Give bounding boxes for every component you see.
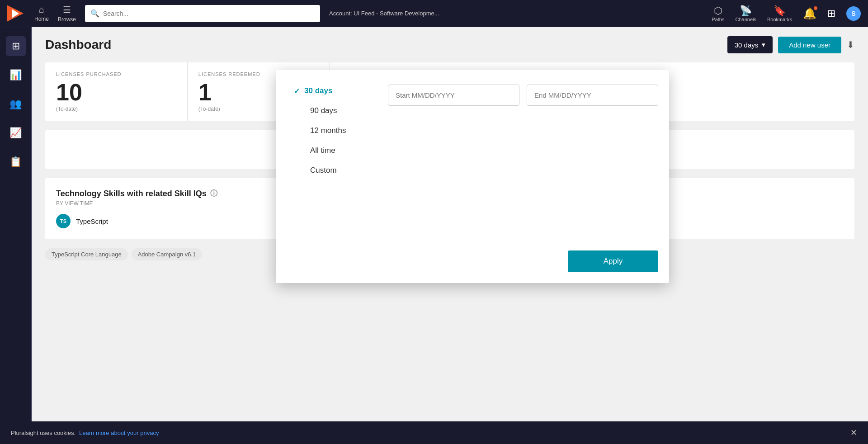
dashboard-actions: 30 days ▾ Add new user ⬇ <box>727 36 854 53</box>
cookie-text: Pluralsight uses cookies. <box>11 430 75 436</box>
search-input[interactable] <box>103 10 315 17</box>
channels-icon: 📡 <box>740 5 752 17</box>
dropdown-item-custom[interactable]: Custom <box>287 161 377 180</box>
check-icon: ✓ <box>294 87 300 95</box>
cookie-banner: Pluralsight uses cookies. Learn more abo… <box>0 421 868 444</box>
avatar[interactable]: S <box>846 6 861 21</box>
stat-sub-0: (To-date) <box>56 106 176 112</box>
end-date-input[interactable] <box>527 85 658 106</box>
nav-grid[interactable]: ⊞ <box>827 8 835 19</box>
browse-icon: ☰ <box>63 5 71 15</box>
cookie-close-button[interactable]: ✕ <box>850 428 857 438</box>
dropdown-item-30days[interactable]: ✓ 30 days <box>287 81 377 101</box>
apply-button[interactable]: Apply <box>568 250 658 272</box>
analytics-icon: 📈 <box>9 127 22 139</box>
nav-channels[interactable]: 📡 Channels <box>735 5 756 22</box>
svg-marker-0 <box>12 9 19 18</box>
date-inputs <box>388 81 658 106</box>
app-logo[interactable] <box>7 5 24 22</box>
dropdown-right: Apply <box>388 81 658 272</box>
reports-icon: 📊 <box>9 69 22 81</box>
docs-icon: 📋 <box>9 156 22 168</box>
nav-account: Account: UI Feed - Software Developme... <box>329 10 439 17</box>
download-icon[interactable]: ⬇ <box>847 39 854 50</box>
sidebar-item-analytics[interactable]: 📈 <box>6 123 26 143</box>
dropdown-menu: ✓ 30 days 90 days 12 months All time Cus… <box>287 81 377 272</box>
page-title: Dashboard <box>45 38 111 52</box>
add-user-button[interactable]: Add new user <box>778 37 841 53</box>
date-range-dropdown: ✓ 30 days 90 days 12 months All time Cus… <box>276 70 669 283</box>
days-dropdown-button[interactable]: 30 days ▾ <box>727 36 773 53</box>
skill-avatar: TS <box>56 214 71 228</box>
nav-browse[interactable]: ☰ Browse <box>58 5 76 23</box>
sidebar-item-docs[interactable]: 📋 <box>6 152 26 172</box>
sidebar-item-users[interactable]: 👥 <box>6 94 26 114</box>
top-nav: ⌂ Home ☰ Browse 🔍 Account: UI Feed - Sof… <box>0 0 868 27</box>
nav-right: ⬡ Paths 📡 Channels 🔖 Bookmarks 🔔 ⊞ S <box>712 5 861 22</box>
start-date-input[interactable] <box>388 85 519 106</box>
nav-bookmarks[interactable]: 🔖 Bookmarks <box>767 5 792 22</box>
dropdown-item-12months[interactable]: 12 months <box>287 121 377 141</box>
stat-value-0: 10 <box>56 80 176 104</box>
bookmarks-icon: 🔖 <box>774 5 786 17</box>
skill-name: TypeScript <box>76 217 108 225</box>
nav-bell[interactable]: 🔔 <box>803 7 816 20</box>
home-icon: ⌂ <box>39 5 44 15</box>
nav-home[interactable]: ⌂ Home <box>34 5 49 22</box>
sidebar-item-dashboard[interactable]: ⊞ <box>6 36 26 56</box>
tag-0[interactable]: TypeScript Core Language <box>45 248 128 260</box>
cookie-privacy-link[interactable]: Learn more about your privacy <box>79 430 159 436</box>
dropdown-item-90days[interactable]: 90 days <box>287 101 377 121</box>
dashboard-header: Dashboard 30 days ▾ Add new user ⬇ <box>32 27 868 62</box>
stat-label-0: LICENSES PURCHASED <box>56 71 176 77</box>
tag-1[interactable]: Adobe Campaign v6.1 <box>132 248 203 260</box>
users-icon: 👥 <box>9 98 22 110</box>
dashboard-icon: ⊞ <box>12 40 20 52</box>
dropdown-content: ✓ 30 days 90 days 12 months All time Cus… <box>287 81 658 272</box>
dropdown-item-alltime[interactable]: All time <box>287 141 377 161</box>
notification-dot <box>814 6 817 10</box>
paths-icon: ⬡ <box>714 5 722 17</box>
chevron-down-icon: ▾ <box>762 41 765 49</box>
sidebar: ⊞ 📊 👥 📈 📋 <box>0 27 32 444</box>
nav-paths[interactable]: ⬡ Paths <box>712 5 724 22</box>
sidebar-item-reports[interactable]: 📊 <box>6 65 26 85</box>
help-icon[interactable]: ⓘ <box>210 189 217 198</box>
search-icon: 🔍 <box>90 9 99 18</box>
search-bar[interactable]: 🔍 <box>85 5 320 22</box>
apply-btn-container: Apply <box>388 106 658 272</box>
stat-licenses-purchased: LICENSES PURCHASED 10 (To-date) <box>45 62 188 121</box>
